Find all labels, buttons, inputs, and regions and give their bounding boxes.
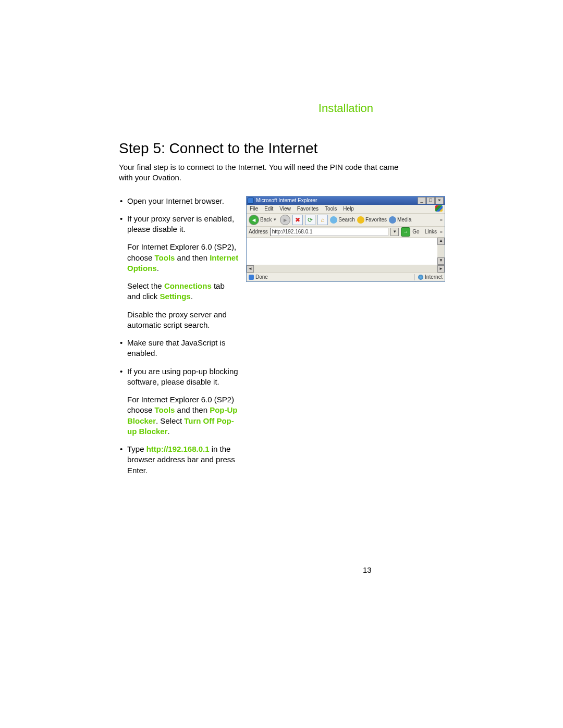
internet-zone-icon bbox=[418, 275, 423, 280]
stop-button[interactable]: ✖ bbox=[292, 215, 303, 225]
back-button[interactable]: ◄ bbox=[249, 215, 259, 225]
forward-button[interactable]: ► bbox=[280, 215, 290, 225]
go-button[interactable]: → bbox=[401, 227, 410, 237]
menu-favorites[interactable]: Favorites bbox=[297, 206, 319, 212]
back-dropdown[interactable]: ▼ bbox=[273, 217, 278, 222]
search-button[interactable]: Search bbox=[330, 216, 355, 224]
bullet-javascript-enabled: Make sure that JavaScript is enabled. bbox=[119, 338, 239, 359]
search-icon bbox=[330, 216, 337, 224]
page-number: 13 bbox=[363, 565, 372, 574]
scroll-up-button[interactable]: ▲ bbox=[437, 238, 445, 245]
ie-status-bar: Done Internet bbox=[247, 273, 445, 281]
go-label: Go bbox=[412, 229, 419, 235]
close-button[interactable]: × bbox=[435, 197, 444, 204]
vertical-scrollbar[interactable]: ▲ ▼ bbox=[437, 238, 445, 265]
scroll-left-button[interactable]: ◄ bbox=[247, 265, 254, 273]
media-button[interactable]: Media bbox=[389, 216, 411, 224]
horizontal-scrollbar[interactable]: ◄ ► bbox=[247, 265, 445, 273]
star-icon bbox=[357, 216, 364, 224]
back-label: Back bbox=[260, 217, 272, 223]
menu-edit[interactable]: Edit bbox=[264, 206, 273, 212]
address-input[interactable]: http://192.168.0.1 bbox=[270, 228, 389, 236]
done-icon bbox=[249, 275, 254, 280]
bullet-type-url: Type http://192.168.0.1 in the browser a… bbox=[119, 444, 239, 476]
ie-address-bar: Address http://192.168.0.1 ▼ → Go Links … bbox=[247, 227, 445, 238]
scroll-right-button[interactable]: ► bbox=[437, 265, 445, 273]
bullet-open-browser: Open your Internet browser. bbox=[119, 196, 239, 206]
links-label[interactable]: Links bbox=[425, 229, 437, 235]
ie-title-text: Microsoft Internet Explorer bbox=[256, 198, 415, 203]
connections-settings: Select the Connections tab and click Set… bbox=[127, 281, 239, 302]
bullet-disable-popup: If you are using pop-up blocking softwar… bbox=[119, 366, 239, 437]
favorites-button[interactable]: Favorites bbox=[357, 216, 387, 224]
ie-popup-blocker: For Internet Explorer 6.0 (SP2) choose T… bbox=[127, 394, 239, 437]
intro-paragraph: Your final step is to connect to the Int… bbox=[119, 162, 411, 183]
maximize-button[interactable]: □ bbox=[426, 197, 435, 204]
address-dropdown[interactable]: ▼ bbox=[390, 228, 399, 236]
status-done: Done bbox=[255, 274, 268, 280]
ie-toolbar: ◄ Back ▼ ► ✖ ⟳ ⌂ Search Favorites bbox=[247, 214, 445, 227]
step-title: Step 5: Connect to the Internet bbox=[119, 140, 441, 157]
ie-tools-internet-options: For Internet Explorer 6.0 (SP2), choose … bbox=[127, 242, 239, 274]
scroll-down-button[interactable]: ▼ bbox=[437, 257, 445, 265]
menu-view[interactable]: View bbox=[279, 206, 291, 212]
ie-content-area: ▲ ▼ bbox=[247, 238, 445, 265]
menu-help[interactable]: Help bbox=[343, 206, 354, 212]
windows-flag-icon bbox=[435, 205, 443, 212]
menu-file[interactable]: File bbox=[250, 206, 258, 212]
minimize-button[interactable]: _ bbox=[418, 197, 426, 204]
status-zone: Internet bbox=[425, 274, 443, 280]
section-label: Installation bbox=[119, 102, 373, 115]
bullet-disable-proxy: If your proxy server is enabled, please … bbox=[119, 214, 239, 330]
menu-tools[interactable]: Tools bbox=[325, 206, 337, 212]
address-label: Address bbox=[249, 229, 268, 235]
refresh-button[interactable]: ⟳ bbox=[305, 215, 315, 225]
ie-logo-icon bbox=[248, 198, 254, 204]
toolbar-chevrons-icon[interactable]: » bbox=[440, 217, 443, 223]
ie-title-bar: Microsoft Internet Explorer _ □ × bbox=[247, 196, 445, 205]
ie-window: Microsoft Internet Explorer _ □ × File E… bbox=[246, 196, 445, 282]
links-chevrons-icon[interactable]: » bbox=[440, 229, 443, 235]
disable-proxy-script: Disable the proxy server and automatic s… bbox=[127, 310, 239, 331]
ie-menu-bar: File Edit View Favorites Tools Help bbox=[247, 205, 445, 214]
home-button[interactable]: ⌂ bbox=[317, 215, 328, 225]
media-icon bbox=[389, 216, 396, 224]
instruction-list: Open your Internet browser. If your prox… bbox=[119, 196, 239, 476]
